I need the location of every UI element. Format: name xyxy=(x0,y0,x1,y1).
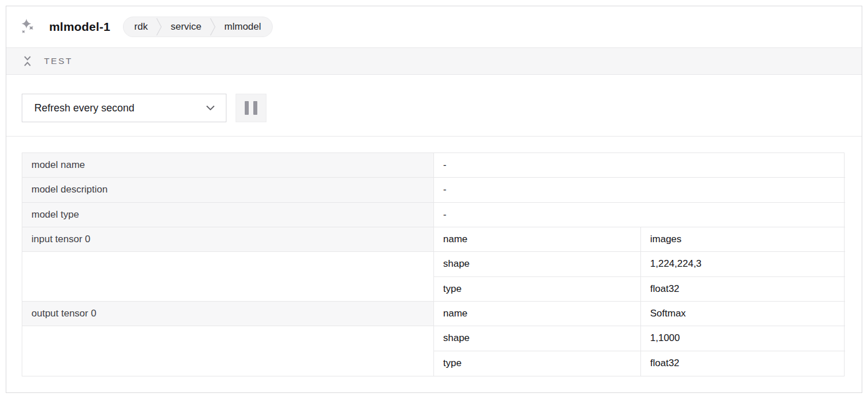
model-info-table: model name - model description - model t… xyxy=(22,153,845,376)
refresh-rate-value: Refresh every second xyxy=(34,102,134,114)
tensor-field-key: type xyxy=(434,277,641,302)
breadcrumb-item-rdk: rdk xyxy=(134,21,148,33)
row-label-input-tensor-0: input tensor 0 xyxy=(22,227,434,252)
tensor-field-value: float32 xyxy=(641,277,845,302)
breadcrumb: rdk service mlmodel xyxy=(123,17,273,37)
chevron-right-icon xyxy=(156,18,162,36)
divider xyxy=(6,136,862,137)
label-column-spacer xyxy=(22,326,434,376)
tensor-field-key: name xyxy=(434,302,641,326)
row-label-model-type: model type xyxy=(22,203,434,227)
row-label-model-description: model description xyxy=(22,178,434,202)
tensor-field-value: Softmax xyxy=(641,302,845,326)
row-value-model-description: - xyxy=(434,178,845,202)
tensor-field-value: images xyxy=(641,227,845,252)
refresh-controls: Refresh every second xyxy=(22,94,862,122)
collapse-icon[interactable] xyxy=(23,55,32,67)
panel-header: mlmodel-1 rdk service mlmodel xyxy=(6,6,862,47)
row-label-model-name: model name xyxy=(22,153,434,178)
chevron-right-icon xyxy=(210,18,216,36)
tensor-field-key: type xyxy=(434,351,641,376)
breadcrumb-item-mlmodel: mlmodel xyxy=(224,21,261,33)
tensor-field-value: 1,1000 xyxy=(641,326,845,351)
pause-button[interactable] xyxy=(236,94,266,122)
breadcrumb-item-service: service xyxy=(170,21,201,33)
sparkles-icon xyxy=(19,18,37,36)
test-section-header[interactable]: TEST xyxy=(6,47,862,75)
mlmodel-panel: mlmodel-1 rdk service mlmodel TEST Refre… xyxy=(6,6,862,393)
refresh-rate-select[interactable]: Refresh every second xyxy=(22,94,226,122)
chevron-down-icon xyxy=(206,105,215,111)
tensor-field-value: float32 xyxy=(641,351,845,376)
row-label-output-tensor-0: output tensor 0 xyxy=(22,302,434,326)
pause-icon xyxy=(245,101,257,115)
label-column-spacer xyxy=(22,252,434,302)
test-section-label: TEST xyxy=(44,56,73,66)
tensor-field-key: name xyxy=(434,227,641,252)
row-value-model-name: - xyxy=(434,153,845,178)
row-value-model-type: - xyxy=(434,203,845,227)
tensor-field-key: shape xyxy=(434,252,641,276)
tensor-field-value: 1,224,224,3 xyxy=(641,252,845,276)
tensor-field-key: shape xyxy=(434,326,641,351)
panel-title: mlmodel-1 xyxy=(49,20,110,34)
